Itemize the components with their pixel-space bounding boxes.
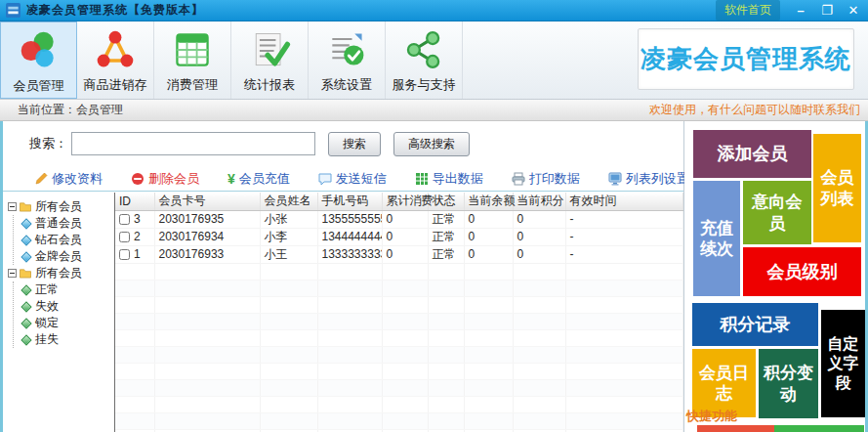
- tag-icon: [21, 301, 31, 312]
- empty-row: [115, 363, 683, 379]
- empty-row: [115, 329, 683, 346]
- app-icon: [6, 3, 21, 18]
- recharge-member-link[interactable]: ¥ 会员充值: [227, 170, 290, 188]
- collapse-icon[interactable]: [8, 202, 17, 211]
- tree-item-status-normal[interactable]: 正常: [21, 281, 114, 298]
- tile-add-member[interactable]: 添加会员: [693, 130, 811, 178]
- tree-item-status-expired[interactable]: 失效: [21, 298, 114, 315]
- col-phone[interactable]: 手机号码: [317, 193, 382, 210]
- toolbar-item-consume[interactable]: 消费管理: [154, 22, 231, 99]
- minimize-button[interactable]: –: [794, 4, 807, 17]
- col-consume[interactable]: 累计消费: [382, 193, 428, 210]
- tile-intent-member[interactable]: 意向会员: [743, 181, 811, 244]
- member-table: ID 会员卡号 会员姓名 手机号码 累计消费 状态 当前余额 当前积分 有效时间: [115, 193, 683, 432]
- col-points[interactable]: 当前积分: [513, 193, 565, 210]
- advanced-search-button[interactable]: 高级搜索: [393, 132, 470, 156]
- empty-row: [115, 412, 683, 429]
- action-links-row: 修改资料 删除会员 ¥ 会员充值 发送短信 导出数据: [3, 166, 683, 192]
- tag-icon: [21, 318, 31, 328]
- col-id[interactable]: ID: [115, 193, 154, 210]
- tree-item-diamond-member[interactable]: 钻石会员: [21, 232, 114, 248]
- col-name[interactable]: 会员姓名: [260, 193, 317, 210]
- close-button[interactable]: ✕: [847, 4, 860, 17]
- tile-recharge[interactable]: 充值续次: [693, 181, 740, 296]
- brand-logo-text: 凌豪会员管理系统: [641, 42, 851, 76]
- search-input[interactable]: [71, 132, 315, 155]
- tree-children: 普通会员 钻石会员 金牌会员: [13, 215, 114, 265]
- col-valid[interactable]: 有效时间: [565, 193, 683, 210]
- folder-icon: [19, 268, 32, 279]
- pencil-icon: [34, 172, 48, 186]
- row-checkbox[interactable]: [119, 232, 130, 242]
- toolbar-label: 服务与支持: [393, 76, 456, 94]
- export-grid-icon: [415, 172, 429, 186]
- col-card[interactable]: 会员卡号: [154, 193, 260, 210]
- tile-custom-fields[interactable]: 自定义字段: [821, 310, 865, 417]
- speech-bubble-icon: [318, 172, 332, 186]
- maximize-button[interactable]: ❐: [820, 4, 834, 17]
- member-grid: ID 会员卡号 会员姓名 手机号码 累计消费 状态 当前余额 当前积分 有效时间: [115, 193, 683, 432]
- export-data-link[interactable]: 导出数据: [415, 170, 483, 188]
- tile-partial-green[interactable]: [774, 425, 864, 432]
- share-network-icon: [402, 28, 445, 71]
- tree-node-all-members-2[interactable]: 所有会员: [8, 265, 114, 281]
- send-sms-link[interactable]: 发送短信: [318, 170, 387, 188]
- delete-member-link[interactable]: 删除会员: [131, 170, 199, 188]
- table-row[interactable]: 1 2030176933 小王 13333333333 0 正常 0 0 -: [115, 245, 683, 263]
- table-row[interactable]: 2 2030176934 小李 13444444444 0 正常 0 0 -: [115, 228, 683, 245]
- collapse-icon[interactable]: [8, 269, 17, 278]
- row-checkbox[interactable]: [119, 249, 130, 260]
- empty-row: [115, 296, 683, 313]
- brand-logo-box: 凌豪会员管理系统: [638, 28, 854, 90]
- inventory-molecule-icon: [94, 28, 137, 71]
- tile-points-change[interactable]: 积分变动: [759, 349, 818, 418]
- search-button[interactable]: 搜索: [328, 132, 381, 156]
- toolbar-item-support[interactable]: 服务与支持: [386, 22, 463, 99]
- empty-row: [115, 263, 683, 280]
- quick-panel: 添加会员 会员列表 充值续次 意向会员 会员级别 积分记录 自定义字段 会员日志…: [684, 121, 865, 432]
- tree-item-gold-member[interactable]: 金牌会员: [21, 248, 114, 265]
- tile-member-list[interactable]: 会员列表: [813, 134, 861, 242]
- table-header-row: ID 会员卡号 会员姓名 手机号码 累计消费 状态 当前余额 当前积分 有效时间: [115, 193, 683, 210]
- tree-item-normal-member[interactable]: 普通会员: [21, 215, 114, 232]
- member-group-tree: 所有会员 普通会员 钻石会员 金牌会员: [3, 193, 115, 432]
- member-management-panel: 搜索： 搜索 高级搜索 修改资料 删除会员 ¥ 会员充值: [3, 121, 684, 432]
- yen-icon: ¥: [227, 171, 235, 187]
- window-controls: – ❐ ✕: [794, 4, 860, 17]
- col-status[interactable]: 状态: [428, 193, 464, 210]
- tree-node-all-members-1[interactable]: 所有会员: [8, 198, 114, 215]
- tree-item-status-lost[interactable]: 挂失: [21, 331, 114, 348]
- empty-row: [115, 280, 683, 296]
- software-home-button[interactable]: 软件首页: [716, 0, 780, 21]
- tree-children: 正常 失效 锁定 挂失: [13, 281, 114, 348]
- tag-icon: [21, 251, 31, 262]
- tile-member-level[interactable]: 会员级别: [743, 247, 861, 296]
- print-data-link[interactable]: 打印数据: [512, 170, 580, 188]
- app-window: 凌豪会员管理系统【免费版本】 软件首页 – ❐ ✕ 会员管理: [0, 0, 868, 432]
- toolbar-item-settings[interactable]: 系统设置: [309, 22, 386, 99]
- toolbar-label: 商品进销存: [84, 76, 147, 94]
- tile-partial-red[interactable]: [697, 425, 774, 432]
- window-title: 凌豪会员管理系统【免费版本】: [26, 2, 204, 19]
- search-label: 搜索：: [29, 135, 67, 152]
- report-check-icon: [248, 28, 291, 71]
- content-area: 搜索： 搜索 高级搜索 修改资料 删除会员 ¥ 会员充值: [0, 121, 868, 432]
- edit-member-link[interactable]: 修改资料: [34, 170, 103, 188]
- tag-icon: [21, 235, 31, 245]
- toolbar-item-inventory[interactable]: 商品进销存: [77, 22, 154, 99]
- toolbar-label: 消费管理: [167, 76, 218, 94]
- settings-check-icon: [325, 28, 368, 71]
- empty-row: [115, 379, 683, 396]
- toolbar-item-members[interactable]: 会员管理: [0, 22, 77, 99]
- row-checkbox[interactable]: [119, 214, 130, 225]
- quick-functions-label: 快捷功能: [686, 408, 737, 425]
- members-circles-icon: [18, 29, 61, 72]
- table-row[interactable]: 3 2030176935 小张 13555555555 0 正常 0 0 -: [115, 210, 683, 228]
- tile-points-record[interactable]: 积分记录: [692, 303, 818, 346]
- col-balance[interactable]: 当前余额: [464, 193, 513, 210]
- column-settings-link[interactable]: 列表列设置: [608, 170, 689, 188]
- main-toolbar: 会员管理 商品进销存 消费管理: [0, 22, 868, 100]
- tree-item-status-locked[interactable]: 锁定: [21, 315, 114, 331]
- empty-row: [115, 396, 683, 412]
- toolbar-item-reports[interactable]: 统计报表: [231, 22, 309, 99]
